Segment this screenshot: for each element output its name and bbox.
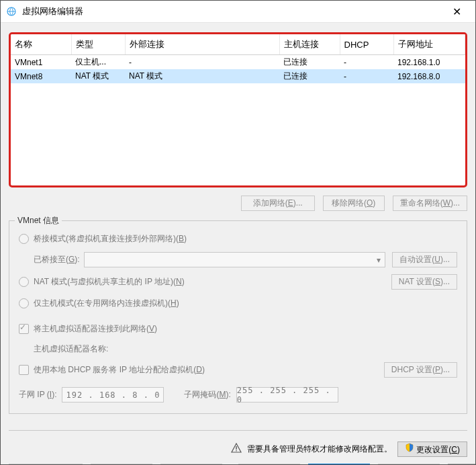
dhcp-checkbox[interactable] [19,365,29,375]
dhcp-label: 使用本地 DHCP 服务将 IP 地址分配给虚拟机(D) [34,364,205,376]
content: 名称 类型 外部连接 主机连接 DHCP 子网地址 VMnet1 仅主机... … [1,23,475,465]
vmnet-info-group: VMnet 信息 桥接模式(将虚拟机直接连接到外部网络)(B) 已桥接至(G):… [9,220,467,414]
nat-mode-label: NAT 模式(与虚拟机共享主机的 IP 地址)(N) [34,276,185,288]
rename-network-button[interactable]: 重命名网络(W)... [393,196,467,211]
nat-mode-radio[interactable] [19,277,29,287]
subnet-row: 子网 IP (I): 192 . 168 . 8 . 0 子网掩码(M): 25… [19,387,457,403]
network-list[interactable]: 名称 类型 外部连接 主机连接 DHCP 子网地址 VMnet1 仅主机... … [9,32,467,187]
dhcp-settings-button[interactable]: DHCP 设置(P)... [384,362,457,378]
shield-icon [405,443,414,452]
nat-mode-radio-row: NAT 模式(与虚拟机共享主机的 IP 地址)(N) NAT 设置(S)... [19,274,457,290]
titlebar: 虚拟网络编辑器 ✕ [1,1,475,23]
app-icon [6,6,17,17]
group-legend: VMnet 信息 [15,215,62,226]
subnet-mask-input[interactable]: 255 . 255 . 255 . 0 [236,387,338,403]
separator [9,430,467,431]
connect-host-row: 将主机虚拟适配器连接到此网络(V) [19,322,457,335]
admin-warning-row: 需要具备管理员特权才能修改网络配置。 更改设置(C) [9,441,467,457]
table-row[interactable]: VMnet8 NAT 模式 NAT 模式 已连接 - 192.168.8.0 [11,69,465,83]
bridge-mode-radio-row: 桥接模式(将虚拟机直接连接到外部网络)(B) [19,232,457,245]
hostonly-mode-radio-row: 仅主机模式(在专用网络内连接虚拟机)(H) [19,296,457,310]
col-type[interactable]: 类型 [71,34,125,55]
hostonly-mode-radio[interactable] [19,298,29,308]
subnet-mask-label: 子网掩码(M): [184,389,230,400]
virtual-network-editor-window: 虚拟网络编辑器 ✕ 名称 类型 外部连接 主机连接 DHCP 子网地址 [0,0,476,465]
bridge-to-combo[interactable] [84,252,386,267]
close-button[interactable]: ✕ [443,1,470,22]
connect-host-label: 将主机虚拟适配器连接到此网络(V) [34,323,157,335]
nat-settings-button[interactable]: NAT 设置(S)... [391,274,457,290]
dhcp-row: 使用本地 DHCP 服务将 IP 地址分配给虚拟机(D) DHCP 设置(P).… [19,362,457,378]
bridge-mode-label: 桥接模式(将虚拟机直接连接到外部网络)(B) [34,233,187,245]
remove-network-button[interactable]: 移除网络(O) [323,196,385,211]
connect-host-checkbox[interactable] [19,324,29,334]
svg-rect-1 [236,446,236,450]
adapter-name-label: 主机虚拟适配器名称: [34,343,108,355]
window-title: 虚拟网络编辑器 [22,5,443,17]
admin-warning-text: 需要具备管理员特权才能修改网络配置。 [247,443,392,455]
bridge-to-label: 已桥接至(G): [34,254,80,265]
subnet-ip-label: 子网 IP (I): [19,389,56,400]
col-name[interactable]: 名称 [11,34,71,55]
network-list-buttons: 添加网络(E)... 移除网络(O) 重命名网络(W)... [9,196,467,211]
adapter-name-row: 主机虚拟适配器名称: [34,342,457,355]
change-settings-button[interactable]: 更改设置(C) [397,441,467,457]
add-network-button[interactable]: 添加网络(E)... [241,196,315,211]
col-subnet[interactable]: 子网地址 [393,34,465,55]
auto-settings-button[interactable]: 自动设置(U)... [392,252,457,267]
col-host[interactable]: 主机连接 [279,34,340,55]
bridge-to-row: 已桥接至(G): 自动设置(U)... [34,252,457,267]
table-row[interactable]: VMnet1 仅主机... - 已连接 - 192.168.1.0 [11,55,465,70]
hostonly-mode-label: 仅主机模式(在专用网络内连接虚拟机)(H) [34,298,179,309]
bridge-mode-radio[interactable] [19,234,29,244]
svg-rect-2 [236,450,236,451]
subnet-ip-input[interactable]: 192 . 168 . 8 . 0 [62,387,164,403]
col-ext[interactable]: 外部连接 [125,34,279,55]
warning-icon [231,443,242,456]
col-dhcp[interactable]: DHCP [340,34,393,55]
